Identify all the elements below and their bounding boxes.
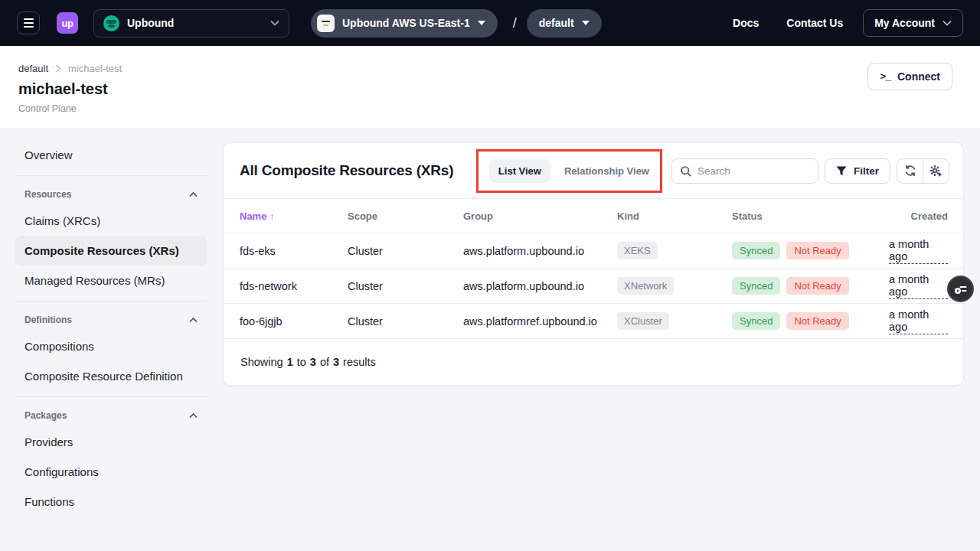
hamburger-icon bbox=[24, 18, 34, 20]
search-icon bbox=[680, 165, 692, 178]
chevron-right-icon bbox=[55, 64, 61, 73]
page-body: Overview Resources Claims (XRCs) Composi… bbox=[0, 129, 980, 551]
caret-down-icon bbox=[582, 21, 590, 25]
section-title: Packages bbox=[24, 410, 67, 421]
control-plane-icon bbox=[317, 15, 335, 32]
status-badge-synced: Synced bbox=[732, 242, 780, 259]
sidebar-section-packages[interactable]: Packages bbox=[15, 403, 207, 427]
resources-card: All Composite Resources (XRs) List View … bbox=[223, 142, 964, 386]
status-badge-synced: Synced bbox=[732, 312, 780, 330]
kind-badge: XNetwork bbox=[617, 277, 674, 295]
record-list-icon bbox=[954, 284, 968, 295]
divider bbox=[15, 396, 207, 397]
column-header-status[interactable]: Status bbox=[732, 210, 889, 222]
section-title: Resources bbox=[24, 189, 71, 200]
path-separator: / bbox=[513, 15, 517, 31]
sidebar-section-resources[interactable]: Resources bbox=[15, 181, 207, 206]
terminal-icon: >_ bbox=[880, 71, 890, 83]
control-plane-name: Upbound AWS US-East-1 bbox=[342, 17, 470, 29]
organization-name: Upbound bbox=[127, 17, 263, 29]
cell-group: aws.platformref.upbound.io bbox=[463, 315, 617, 328]
card-title: All Composite Resources (XRs) bbox=[240, 162, 453, 179]
chevron-up-icon bbox=[189, 413, 198, 419]
my-account-button[interactable]: My Account bbox=[863, 9, 963, 37]
tab-relationship-view[interactable]: Relationship View bbox=[564, 159, 649, 183]
gear-play-icon bbox=[929, 165, 942, 177]
sidebar-item-overview[interactable]: Overview bbox=[15, 140, 207, 170]
sidebar-section-definitions[interactable]: Definitions bbox=[15, 307, 207, 331]
sidebar-item-managed-resources[interactable]: Managed Resources (MRs) bbox=[15, 266, 207, 295]
sidebar-item-claims[interactable]: Claims (XRCs) bbox=[15, 206, 207, 236]
sidebar-item-compositions[interactable]: Compositions bbox=[15, 331, 207, 361]
sidebar-item-configurations[interactable]: Configurations bbox=[15, 457, 207, 487]
created-timestamp[interactable]: a month ago bbox=[889, 238, 948, 264]
main-content: All Composite Resources (XRs) List View … bbox=[223, 129, 980, 551]
top-navigation-bar: up Upbound Upbound AWS US-East-1 / defau… bbox=[0, 0, 980, 46]
sidebar-item-composite-resource-definition[interactable]: Composite Resource Definition bbox=[15, 361, 207, 391]
page-title: michael-test bbox=[18, 80, 980, 98]
table-actions bbox=[897, 158, 949, 184]
divider bbox=[15, 301, 207, 302]
section-title: Definitions bbox=[24, 315, 72, 325]
cell-scope: Cluster bbox=[348, 315, 463, 328]
breadcrumb-group[interactable]: default bbox=[18, 63, 48, 74]
column-header-group[interactable]: Group bbox=[463, 210, 617, 222]
caret-down-icon bbox=[478, 21, 485, 25]
organization-selector[interactable]: Upbound bbox=[93, 9, 289, 37]
filter-button[interactable]: Filter bbox=[825, 158, 890, 184]
cell-name[interactable]: fds-network bbox=[240, 280, 348, 292]
sidebar-item-providers[interactable]: Providers bbox=[15, 427, 207, 457]
annotation-box-view-toggle: List View Relationship View bbox=[476, 149, 662, 193]
kind-badge: XEKS bbox=[617, 242, 658, 259]
sidebar-item-functions[interactable]: Functions bbox=[15, 487, 207, 517]
column-header-kind[interactable]: Kind bbox=[617, 210, 732, 222]
filter-label: Filter bbox=[854, 165, 879, 177]
table-row[interactable]: fds-network Cluster aws.platform.upbound… bbox=[224, 269, 963, 304]
table-row[interactable]: foo-6jgjb Cluster aws.platformref.upboun… bbox=[224, 304, 963, 339]
cell-name[interactable]: foo-6jgjb bbox=[240, 315, 348, 328]
created-timestamp[interactable]: a month ago bbox=[889, 308, 948, 334]
control-plane-selector[interactable]: Upbound AWS US-East-1 bbox=[311, 9, 498, 37]
feedback-widget-button[interactable] bbox=[947, 276, 974, 302]
docs-link[interactable]: Docs bbox=[733, 17, 759, 29]
upbound-logo[interactable]: up bbox=[57, 12, 78, 34]
contact-us-link[interactable]: Contact Us bbox=[786, 17, 843, 29]
filter-funnel-icon bbox=[836, 166, 847, 176]
table-header-row: Name ↑ Scope Group Kind Status Created bbox=[224, 198, 963, 233]
hamburger-menu-button[interactable] bbox=[17, 11, 40, 34]
divider bbox=[15, 175, 207, 176]
column-header-scope[interactable]: Scope bbox=[348, 210, 463, 222]
tab-list-view[interactable]: List View bbox=[489, 159, 550, 183]
auto-refresh-settings-button[interactable] bbox=[923, 159, 949, 183]
sidebar: Overview Resources Claims (XRCs) Composi… bbox=[0, 129, 223, 551]
cell-group: aws.platform.upbound.io bbox=[463, 280, 617, 292]
connect-button[interactable]: >_ Connect bbox=[867, 63, 952, 90]
chevron-down-icon bbox=[942, 20, 952, 26]
status-badge-not-ready: Not Ready bbox=[786, 277, 848, 295]
results-to: 3 bbox=[310, 356, 316, 368]
card-header: All Composite Resources (XRs) List View … bbox=[224, 143, 963, 198]
status-badge-not-ready: Not Ready bbox=[786, 242, 848, 259]
refresh-button[interactable] bbox=[897, 159, 923, 183]
search-input[interactable] bbox=[672, 159, 818, 183]
breadcrumb: default michael-test bbox=[18, 63, 980, 74]
search-box bbox=[671, 158, 818, 184]
results-from: 1 bbox=[287, 356, 293, 368]
group-name: default bbox=[539, 17, 574, 29]
page-header: default michael-test michael-test Contro… bbox=[0, 46, 980, 129]
sidebar-item-composite-resources[interactable]: Composite Resources (XRs) bbox=[15, 236, 207, 266]
chevron-up-icon bbox=[189, 192, 198, 197]
column-header-name[interactable]: Name ↑ bbox=[240, 210, 348, 222]
table-row[interactable]: fds-eks Cluster aws.platform.upbound.io … bbox=[224, 233, 963, 269]
organization-icon bbox=[103, 15, 119, 31]
created-timestamp[interactable]: a month ago bbox=[889, 273, 948, 299]
column-header-created[interactable]: Created bbox=[889, 210, 948, 222]
connect-label: Connect bbox=[897, 70, 940, 83]
cell-name[interactable]: fds-eks bbox=[240, 245, 348, 257]
sort-ascending-icon: ↑ bbox=[270, 210, 275, 222]
cell-scope: Cluster bbox=[348, 280, 463, 292]
results-total: 3 bbox=[333, 356, 339, 368]
cell-scope: Cluster bbox=[348, 245, 463, 257]
page-subtitle: Control Plane bbox=[18, 103, 980, 114]
group-selector[interactable]: default bbox=[527, 9, 602, 37]
